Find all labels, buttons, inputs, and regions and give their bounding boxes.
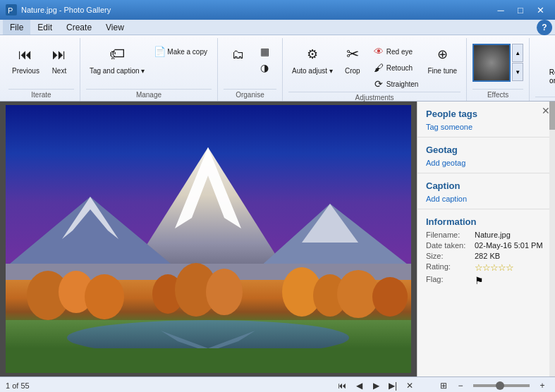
red-eye-icon: 👁 [373, 46, 384, 57]
filename-value: Nature.jpg [475, 231, 511, 239]
effects-scroll-up[interactable]: ▲ [512, 44, 523, 62]
crop-button[interactable]: ✂ Crop [338, 41, 367, 78]
go-next-button[interactable]: ▶| [386, 379, 400, 392]
organise-sub-2[interactable]: ◑ [255, 60, 276, 75]
straighten-button[interactable]: ⟳ Straighten [369, 76, 423, 92]
auto-adjust-button[interactable]: ⚙ Auto adjust ▾ [288, 41, 336, 78]
add-caption-link[interactable]: Add caption [426, 195, 467, 203]
organise-group-label: Organise [224, 89, 276, 101]
auto-adjust-icon: ⚙ [301, 43, 324, 66]
svg-point-20 [372, 277, 408, 317]
ribbon-group-iterate: ⏮ Previous ⏭ Next Iterate [3, 38, 80, 101]
information-title: Information [426, 216, 547, 227]
fine-tune-icon: ⊕ [431, 43, 453, 66]
tag-someone-link[interactable]: Tag someone [426, 123, 472, 131]
size-label: Size: [426, 252, 472, 260]
ribbon-group-effects: ▲ ▼ Effects [467, 38, 530, 101]
retouch-icon: 🖌 [373, 62, 384, 73]
next-button[interactable]: ⏭ Next [44, 41, 74, 78]
svg-rect-24 [6, 348, 411, 373]
delete-button[interactable]: ✕ [403, 379, 417, 392]
filename-label: Filename: [426, 231, 472, 239]
crop-icon: ✂ [341, 43, 364, 66]
ribbon-group-manage: 🏷 Tag and caption ▾ 📄 Make a copy Manage [80, 38, 218, 101]
add-geotag-link[interactable]: Add geotag [426, 159, 465, 167]
zoom-in-button[interactable]: + [535, 379, 549, 392]
maximize-button[interactable]: □ [511, 3, 530, 17]
zoom-out-button[interactable]: − [453, 379, 468, 392]
make-copy-button[interactable]: 📄 Make a copy [150, 44, 212, 59]
actual-size-button[interactable]: ⊞ [437, 379, 451, 392]
tag-caption-button[interactable]: 🏷 Tag and caption ▾ [86, 41, 148, 78]
landscape-image [6, 105, 411, 373]
flag-row: Flag: ⚑ [426, 275, 547, 286]
slideshow-button[interactable]: ▶ [369, 379, 383, 392]
date-taken-label: Date taken: [426, 241, 472, 250]
fine-tune-button[interactable]: ⊕ Fine tune [424, 41, 461, 78]
effect-thumbnail [472, 44, 511, 82]
revert-group-label [535, 97, 555, 101]
svg-text:P: P [8, 6, 13, 15]
effects-group-label: Effects [472, 89, 523, 101]
ribbon-group-organise: 🗂 ▦ ◑ Organise [218, 38, 283, 101]
ribbon: ⏮ Previous ⏭ Next Iterate 🏷 Tag and capt… [0, 35, 555, 102]
go-prev-button[interactable]: ◀ [352, 379, 366, 392]
window-title: Nature.jpg - Photo Gallery [21, 6, 111, 14]
title-bar: P Nature.jpg - Photo Gallery ─ □ ✕ [0, 0, 555, 20]
menu-view[interactable]: View [99, 20, 131, 35]
status-controls: ⏮ ◀ ▶ ▶| ✕ ⊞ − + [335, 379, 549, 392]
organise-icon-1: 🗂 [227, 43, 250, 66]
iterate-group-label: Iterate [8, 89, 74, 101]
size-row: Size: 282 KB [426, 252, 547, 260]
menu-edit[interactable]: Edit [30, 20, 59, 35]
go-first-button[interactable]: ⏮ [335, 379, 349, 392]
zoom-slider[interactable] [473, 384, 530, 387]
panel-scrollbar[interactable] [549, 102, 555, 376]
rating-stars[interactable]: ☆☆☆☆☆ [475, 262, 513, 273]
menu-bar: File Edit Create View ? [0, 20, 555, 35]
retouch-button[interactable]: 🖌 Retouch [369, 60, 423, 75]
panel-scrollbar-thumb[interactable] [549, 102, 555, 130]
ribbon-group-adjustments: ⚙ Auto adjust ▾ ✂ Crop 👁 Red eye 🖌 Retou… [283, 38, 467, 101]
geotag-section: Geotag Add geotag [417, 137, 555, 173]
zoom-slider-thumb[interactable] [496, 381, 504, 390]
svg-point-13 [85, 274, 124, 319]
straighten-icon: ⟳ [373, 78, 384, 90]
status-bar: 1 of 55 ⏮ ◀ ▶ ▶| ✕ ⊞ − + [0, 376, 555, 392]
tag-caption-icon: 🏷 [106, 43, 128, 66]
effects-scroll-down[interactable]: ▼ [512, 63, 523, 81]
date-taken-row: Date taken: 02-May-16 5:01 PM [426, 241, 547, 250]
date-taken-value: 02-May-16 5:01 PM [475, 241, 543, 250]
organise-sub-1[interactable]: ▦ [255, 44, 276, 59]
manage-group-label: Manage [86, 89, 212, 101]
close-window-button[interactable]: ✕ [531, 3, 549, 17]
geotag-title: Geotag [426, 145, 547, 155]
main-content: ✕ People tags Tag someone Geotag Add geo… [0, 102, 555, 376]
people-tags-section: People tags Tag someone [417, 102, 555, 137]
caption-section: Caption Add caption [417, 173, 555, 209]
rating-label: Rating: [426, 262, 472, 273]
organise-button-1[interactable]: 🗂 [224, 41, 253, 68]
caption-title: Caption [426, 180, 547, 191]
flag-value[interactable]: ⚑ [475, 275, 484, 286]
people-tags-title: People tags [426, 109, 547, 119]
revert-button[interactable]: ↩ Revert to original ▾ [535, 42, 555, 87]
menu-file[interactable]: File [3, 20, 30, 35]
next-icon: ⏭ [48, 43, 71, 66]
flag-label: Flag: [426, 275, 472, 286]
help-button[interactable]: ? [537, 20, 552, 35]
page-info: 1 of 55 [6, 381, 30, 390]
filename-row: Filename: Nature.jpg [426, 231, 547, 239]
photo-container [6, 105, 411, 373]
minimize-button[interactable]: ─ [492, 3, 510, 17]
copy-icon: 📄 [154, 46, 165, 57]
red-eye-button[interactable]: 👁 Red eye [369, 44, 423, 59]
right-panel: ✕ People tags Tag someone Geotag Add geo… [417, 102, 555, 376]
photo-area [0, 102, 417, 376]
rating-row: Rating: ☆☆☆☆☆ [426, 262, 547, 273]
size-value: 282 KB [475, 252, 500, 260]
app-icon: P [6, 4, 17, 16]
menu-create[interactable]: Create [59, 20, 99, 35]
ribbon-group-revert: ↩ Revert to original ▾ [530, 38, 555, 101]
previous-button[interactable]: ⏮ Previous [8, 41, 43, 78]
